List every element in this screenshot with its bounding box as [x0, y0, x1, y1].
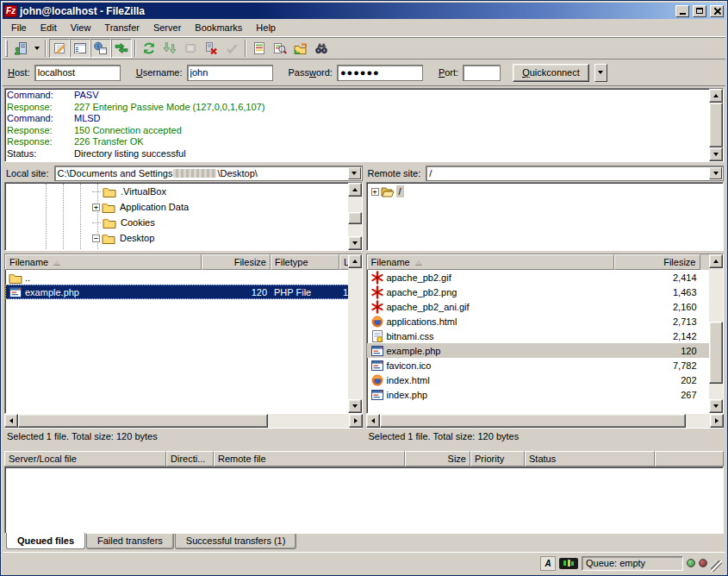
log-line-text: Directory listing successful: [74, 148, 186, 160]
queue-column-status[interactable]: Status: [525, 451, 655, 466]
file-row[interactable]: index.html202: [367, 373, 724, 387]
tree-item[interactable]: Cookies: [6, 215, 347, 230]
file-row[interactable]: applications.html2,713: [367, 314, 724, 329]
site-manager-button[interactable]: [10, 39, 31, 58]
password-input[interactable]: [337, 65, 423, 81]
file-row[interactable]: index.php267: [367, 387, 724, 402]
scroll-right-button[interactable]: [349, 414, 363, 428]
cancel-operation-button[interactable]: [180, 39, 201, 58]
toggle-transfer-queue-button[interactable]: [111, 39, 132, 58]
resize-grip-icon[interactable]: [711, 560, 722, 572]
column-header-filetype[interactable]: Filetype: [271, 254, 339, 270]
tab-successful-transfers-1-[interactable]: Successful transfers (1): [175, 534, 297, 549]
file-row[interactable]: apache_pb2.png1,463: [367, 285, 724, 299]
scroll-down-button[interactable]: [709, 147, 723, 161]
file-row[interactable]: apache_pb2.gif2,414: [367, 270, 724, 285]
filezilla-logo-icon: Fz: [4, 5, 17, 17]
refresh-button[interactable]: [139, 39, 159, 58]
toolbar-grip[interactable]: [5, 40, 8, 57]
expand-icon[interactable]: +: [92, 203, 100, 211]
file-size-cell: 202: [614, 375, 700, 385]
queue-column-priority[interactable]: Priority: [470, 451, 525, 466]
column-header-filesize[interactable]: Filesize: [202, 254, 271, 270]
menu-edit[interactable]: Edit: [34, 20, 64, 35]
local-site-combo[interactable]: C:\Documents and Settings\Desktop\: [54, 166, 363, 181]
menu-bookmarks[interactable]: Bookmarks: [188, 20, 249, 35]
column-header-filename[interactable]: Filename: [367, 254, 614, 270]
file-row[interactable]: ..: [5, 270, 362, 285]
host-input[interactable]: [34, 65, 121, 81]
menu-server[interactable]: Server: [146, 20, 188, 35]
menu-help[interactable]: Help: [249, 20, 283, 35]
expand-icon[interactable]: +: [371, 188, 379, 196]
quickconnect-dropdown-button[interactable]: [594, 64, 607, 82]
maximize-button[interactable]: [693, 5, 706, 17]
scroll-thumb[interactable]: [348, 212, 362, 224]
remote-site-dropdown-button[interactable]: [709, 167, 722, 179]
toggle-remote-tree-button[interactable]: [90, 39, 111, 58]
speed-limits-icon[interactable]: [559, 558, 578, 569]
reconnect-button[interactable]: [221, 39, 242, 58]
scroll-up-button[interactable]: [709, 89, 723, 103]
site-manager-dropdown-button[interactable]: [31, 39, 42, 58]
tab-queued-files[interactable]: Queued files: [6, 533, 85, 549]
file-row[interactable]: apache_pb2_ani.gif2,160: [367, 299, 724, 314]
tab-failed-transfers[interactable]: Failed transfers: [86, 534, 174, 549]
local-list-scrollbar[interactable]: [348, 254, 362, 413]
directory-comparison-button[interactable]: [270, 39, 290, 58]
scroll-thumb[interactable]: [18, 414, 268, 428]
scroll-up-button[interactable]: [709, 254, 723, 268]
local-tree-scrollbar[interactable]: [348, 183, 362, 250]
username-input[interactable]: [187, 65, 273, 81]
file-row[interactable]: example.php120: [367, 343, 724, 358]
scroll-thumb[interactable]: [709, 103, 723, 147]
toggle-message-log-button[interactable]: [49, 39, 70, 58]
column-header-filesize[interactable]: Filesize: [614, 254, 700, 270]
tree-item[interactable]: .VirtualBox: [6, 184, 347, 199]
scroll-right-button[interactable]: [710, 414, 724, 428]
remote-site-combo[interactable]: /: [426, 166, 724, 181]
local-site-dropdown-button[interactable]: [348, 167, 361, 179]
close-button[interactable]: [710, 5, 724, 17]
toggle-local-tree-button[interactable]: [70, 39, 90, 58]
scroll-left-button[interactable]: [366, 414, 380, 428]
queue-splitter[interactable]: [3, 445, 725, 451]
tree-item[interactable]: +/: [368, 184, 723, 199]
queue-column-directi[interactable]: Directi...: [166, 451, 214, 466]
file-row[interactable]: bitnami.css2,142: [367, 329, 724, 343]
data-type-icon[interactable]: A: [540, 556, 556, 571]
remote-list-hscrollbar[interactable]: [366, 414, 725, 428]
column-header-filename[interactable]: Filename: [5, 254, 202, 270]
file-row[interactable]: favicon.ico7,782: [367, 358, 724, 373]
remote-list-scrollbar[interactable]: [709, 254, 723, 413]
scroll-thumb[interactable]: [709, 322, 723, 384]
port-input[interactable]: [463, 65, 501, 81]
local-list-hscrollbar[interactable]: [4, 414, 363, 428]
tree-item[interactable]: −Desktop: [6, 230, 347, 246]
menu-file[interactable]: File: [4, 20, 34, 35]
scroll-down-button[interactable]: [709, 399, 723, 413]
menu-view[interactable]: View: [64, 20, 98, 35]
queue-column-serverlocalfile[interactable]: Server/Local file: [4, 451, 166, 466]
scroll-down-button[interactable]: [348, 236, 362, 250]
scroll-thumb[interactable]: [380, 414, 686, 428]
scroll-up-button[interactable]: [348, 254, 362, 268]
scroll-down-button[interactable]: [348, 399, 362, 413]
filename-filters-button[interactable]: [249, 39, 270, 58]
scroll-left-button[interactable]: [4, 414, 18, 428]
file-row[interactable]: example.php120PHP File1: [5, 285, 362, 299]
queue-column-remotefile[interactable]: Remote file: [214, 451, 405, 466]
scroll-up-button[interactable]: [348, 183, 362, 197]
synchronized-browsing-button[interactable]: [290, 39, 311, 58]
queue-column-size[interactable]: Size: [405, 451, 470, 466]
quickconnect-button[interactable]: Quickconnect: [513, 64, 589, 82]
queue-view-icon: [115, 41, 128, 55]
collapse-icon[interactable]: −: [92, 235, 100, 242]
message-log-scrollbar[interactable]: [709, 89, 723, 161]
disconnect-button[interactable]: [201, 39, 221, 58]
process-queue-button[interactable]: [159, 39, 180, 58]
minimize-button[interactable]: [675, 5, 689, 17]
menu-transfer[interactable]: Transfer: [97, 20, 146, 35]
find-files-button[interactable]: [311, 39, 332, 58]
tree-item[interactable]: +Application Data: [6, 199, 347, 215]
